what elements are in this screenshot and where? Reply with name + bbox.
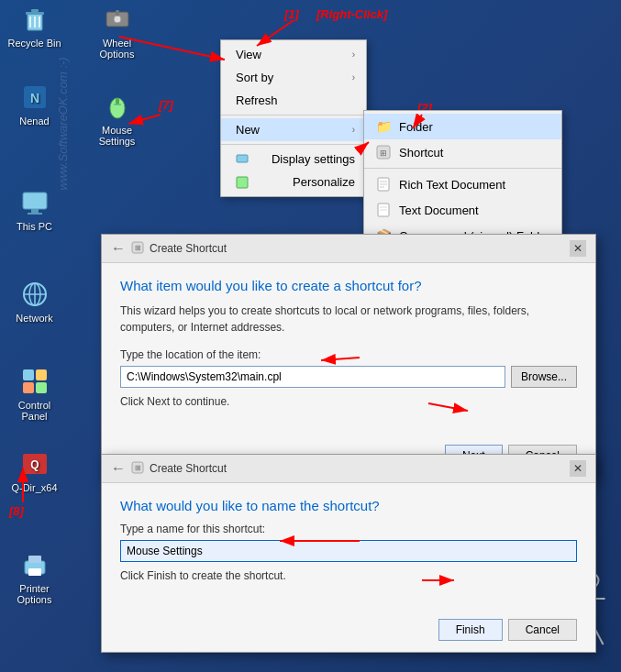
icon-wheel-options-label: Wheel Options (87, 38, 147, 60)
icon-this-pc[interactable]: This PC (5, 188, 64, 232)
svg-rect-15 (31, 209, 39, 213)
context-menu-view-label: View (236, 48, 261, 61)
svg-rect-23 (23, 382, 34, 393)
dialog-create-shortcut-2: ← ⊞ Create Shortcut ✕ What would you lik… (101, 454, 596, 653)
svg-rect-21 (23, 369, 34, 380)
icon-printer-options-label: Printer Options (5, 583, 64, 605)
svg-text:⊞: ⊞ (135, 464, 141, 472)
dialog-2-shortcut-icon: ⊞ (131, 461, 144, 477)
svg-text:N: N (29, 91, 39, 105)
icon-nenad-label: Nenad (19, 116, 49, 127)
icon-control-panel-label: Control Panel (5, 400, 64, 422)
dialog-1-title-text: Create Shortcut (150, 242, 227, 255)
context-menu-sort-by[interactable]: Sort by › (221, 66, 366, 89)
dialog-1-input-row: Browse... (120, 366, 577, 388)
dialog-2-titlebar: ← ⊞ Create Shortcut ✕ (102, 455, 595, 483)
context-menu-sort-arrow: › (352, 72, 355, 83)
dialog-2-hint: Click Finish to create the shortcut. (120, 569, 577, 582)
submenu-shortcut-label: Shortcut (399, 146, 443, 160)
dialog-2-name-label: Type a name for this shortcut: (120, 523, 577, 535)
submenu-text-doc-label: Text Document (399, 204, 479, 217)
submenu-text-doc[interactable]: Text Document (364, 197, 561, 223)
icon-this-pc-label: This PC (17, 221, 52, 232)
svg-rect-16 (28, 213, 42, 215)
icon-network-label: Network (16, 313, 52, 324)
icon-network[interactable]: Network (5, 280, 64, 324)
submenu-sep1 (364, 168, 561, 169)
context-menu-display[interactable]: Display settings (221, 148, 366, 171)
context-menu-new-arrow: › (352, 125, 355, 135)
dialog-2-back-button[interactable]: ← (111, 460, 126, 477)
context-menu-personalize-label: Personalize (293, 175, 355, 189)
annotation-7: [7] (159, 98, 173, 112)
icon-nenad[interactable]: N Nenad (5, 83, 64, 127)
dialog-2-finish-button[interactable]: Finish (438, 619, 503, 641)
svg-rect-29 (28, 568, 41, 576)
svg-rect-22 (36, 369, 47, 380)
context-menu-view[interactable]: View › (221, 43, 366, 66)
dialog-2-close-button[interactable]: ✕ (570, 460, 586, 477)
folder-icon: 📁 (375, 118, 392, 135)
svg-point-7 (114, 16, 121, 23)
dialog-1-browse-button[interactable]: Browse... (511, 366, 577, 388)
dialog-2-heading: What would you like to name the shortcut… (120, 498, 577, 513)
dialog-1-shortcut-icon: ⊞ (131, 241, 144, 257)
context-menu-view-arrow: › (352, 50, 355, 60)
svg-rect-31 (237, 177, 248, 188)
dialog-1-description: This wizard helps you to create shortcut… (120, 303, 577, 336)
submenu-rich-text-label: Rich Text Document (399, 178, 505, 192)
dialog-1-back-button[interactable]: ← (111, 240, 126, 257)
dialog-create-shortcut-1: ← ⊞ Create Shortcut ✕ What item would yo… (101, 234, 596, 479)
dialog-1-titlebar: ← ⊞ Create Shortcut ✕ (102, 235, 595, 263)
icon-wheel-options[interactable]: Wheel Options (87, 5, 147, 60)
svg-text:⊞: ⊞ (135, 244, 141, 252)
context-menu-refresh[interactable]: Refresh (221, 89, 366, 112)
dialog-1-location-label: Type the location of the item: (120, 348, 577, 361)
submenu-rich-text[interactable]: Rich Text Document (364, 171, 561, 197)
desktop: www.SoftwareOK.com :-) www.SoftwareOK.co… (0, 0, 621, 672)
svg-rect-24 (36, 382, 47, 393)
svg-rect-8 (116, 10, 119, 16)
context-menu-sort-label: Sort by (236, 71, 273, 84)
icon-mouse-settings[interactable]: Mouse Settings (87, 92, 147, 147)
svg-rect-14 (23, 193, 47, 209)
submenu-folder-label: Folder (399, 120, 433, 134)
dialog-2-name-input[interactable] (120, 540, 577, 562)
dialog-1-content: What item would you like to create a sho… (102, 263, 595, 437)
context-menu: View › Sort by › Refresh New › Display s… (220, 39, 367, 197)
submenu-new: 📁 Folder ⊞ Shortcut Rich Te (363, 110, 562, 252)
icon-printer-options[interactable]: Printer Options (5, 550, 64, 605)
context-menu-personalize[interactable]: Personalize (221, 171, 366, 193)
rich-text-icon (375, 176, 392, 193)
icon-mouse-settings-label: Mouse Settings (87, 125, 147, 147)
svg-rect-2 (31, 9, 39, 12)
icon-control-panel[interactable]: Control Panel (5, 367, 64, 422)
dialog-2-content: What would you like to name the shortcut… (102, 483, 595, 611)
display-settings-icon (236, 153, 249, 166)
dialog-1-location-input[interactable] (120, 366, 505, 388)
dialog-1-title-left: ← ⊞ Create Shortcut (111, 240, 227, 257)
dialog-1-hint: Click Next to continue. (120, 395, 577, 408)
submenu-shortcut[interactable]: ⊞ Shortcut (364, 139, 561, 165)
annotation-1: [1] (284, 7, 299, 21)
svg-rect-30 (237, 155, 248, 162)
context-menu-display-label: Display settings (272, 152, 355, 166)
dialog-2-title-text: Create Shortcut (150, 462, 227, 475)
svg-rect-1 (26, 12, 44, 15)
icon-qdir[interactable]: Q Q-Dir_x64 (5, 449, 64, 493)
dialog-2-title-left: ← ⊞ Create Shortcut (111, 460, 227, 477)
svg-text:⊞: ⊞ (380, 149, 387, 158)
dialog-2-cancel-button[interactable]: Cancel (508, 619, 577, 641)
annotation-8: [8] (9, 504, 24, 518)
svg-rect-28 (28, 556, 41, 563)
context-menu-sep1 (221, 115, 366, 116)
shortcut-icon: ⊞ (375, 144, 392, 160)
context-menu-sep2 (221, 144, 366, 145)
svg-rect-12 (116, 98, 119, 105)
icon-recycle-bin[interactable]: Recycle Bin (5, 5, 64, 49)
dialog-1-close-button[interactable]: ✕ (570, 240, 586, 257)
context-menu-new[interactable]: New › (221, 118, 366, 141)
context-menu-new-label: New (236, 123, 260, 137)
submenu-folder[interactable]: 📁 Folder (364, 114, 561, 139)
text-doc-icon (375, 202, 392, 218)
